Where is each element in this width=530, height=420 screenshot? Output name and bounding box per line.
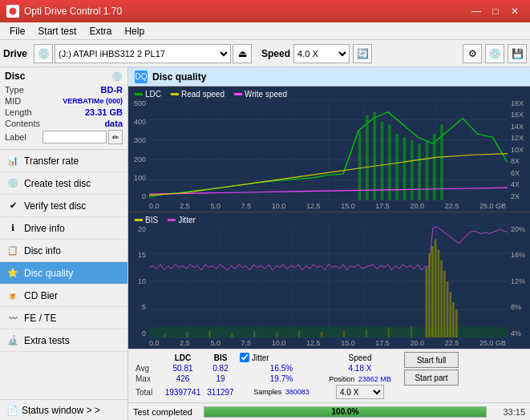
stats-avg-bis: 0.82	[204, 363, 237, 374]
menu-file[interactable]: File	[3, 24, 31, 38]
transfer-rate-icon: 📊	[6, 155, 19, 168]
speed-select[interactable]: 4.0 X	[293, 44, 350, 63]
stats-max-ldc: 426	[162, 374, 204, 384]
app-title: Opti Drive Control 1.70	[24, 6, 122, 17]
disc-type-row: Type BD-R	[5, 85, 123, 95]
extra-tests-icon: 🔬	[6, 334, 19, 347]
menu-extra[interactable]: Extra	[83, 24, 118, 38]
svg-rect-57	[231, 333, 233, 337]
progress-percent: 100.0%	[204, 407, 486, 417]
disc-contents-label: Contents	[5, 119, 40, 128]
disc-label-input-group: ✏	[42, 130, 123, 144]
sidebar-item-disc-quality[interactable]: ⭐ Disc quality	[0, 262, 127, 285]
disc-button[interactable]: 💿	[485, 44, 504, 63]
disc-title: Disc	[5, 71, 25, 82]
stats-samples-cell: Samples 380083	[237, 387, 326, 397]
disc-label-input[interactable]	[42, 131, 107, 143]
save-button[interactable]: 💾	[508, 44, 527, 63]
chart-top-legend: LDC Read speed Write speed	[135, 90, 287, 99]
stats-total-ldc: 19397741	[162, 387, 204, 398]
title-controls: — □ ✕	[467, 3, 524, 19]
stats-speed-header: Speed	[326, 353, 394, 363]
nav-items: 📊 Transfer rate 💿 Create test disc ✔ Ver…	[0, 150, 127, 399]
svg-rect-56	[209, 330, 211, 337]
disc-label-edit-button[interactable]: ✏	[108, 130, 123, 144]
status-window-button[interactable]: 📄 Status window > >	[0, 399, 127, 420]
svg-rect-51	[449, 292, 451, 337]
svg-rect-65	[411, 326, 412, 337]
stats-max-jitter: 19.7%	[237, 374, 326, 384]
sidebar-item-extra-tests[interactable]: 🔬 Extra tests	[0, 329, 127, 352]
disc-type-label: Type	[5, 85, 24, 95]
chart-bottom-svg	[149, 225, 508, 337]
disc-quality-header-icon: DQ	[135, 71, 148, 83]
svg-point-0	[9, 7, 17, 15]
stats-empty-header	[133, 357, 162, 358]
disc-mid-row: MID VERBATIMe (000)	[5, 96, 123, 106]
svg-rect-55	[187, 332, 188, 337]
chart-bottom-y-axis-left: 20 15 10 5 0	[130, 225, 146, 337]
drive-info-icon: ℹ	[6, 222, 19, 235]
sidebar: Disc 💿 Type BD-R MID VERBATIMe (000) Len…	[0, 67, 128, 420]
sidebar-item-transfer-rate[interactable]: 📊 Transfer rate	[0, 150, 127, 172]
legend-bis: BIS	[135, 216, 158, 224]
refresh-button[interactable]: 🔄	[353, 44, 372, 63]
svg-rect-52	[452, 302, 455, 337]
start-full-button[interactable]: Start full	[404, 352, 459, 368]
legend-bis-label: BIS	[145, 216, 158, 224]
legend-read-speed: Read speed	[171, 90, 225, 99]
svg-rect-22	[403, 137, 407, 200]
status-window-label: Status window > >	[22, 405, 100, 416]
stats-position-value: 23862 MB	[358, 375, 391, 383]
disc-label-label: Label	[5, 132, 26, 142]
svg-rect-43	[426, 267, 428, 337]
sidebar-item-fe-te[interactable]: 〰 FE / TE	[0, 307, 127, 329]
sidebar-item-cd-bier[interactable]: 🍺 CD Bier	[0, 285, 127, 307]
stats-position-label: Position	[329, 375, 354, 383]
drive-select[interactable]: (J:) ATAPI iHBS312 2 PL17	[55, 44, 231, 63]
menu-help[interactable]: Help	[118, 24, 151, 38]
svg-rect-59	[276, 333, 277, 337]
sidebar-item-label: Verify test disc	[24, 200, 86, 212]
sidebar-item-verify-test-disc[interactable]: ✔ Verify test disc	[0, 195, 127, 217]
chart-top-x-axis: 0.02.55.07.510.012.515.017.520.022.525.0…	[149, 202, 506, 210]
menu-bar: File Start test Extra Help	[0, 22, 530, 40]
close-button[interactable]: ✕	[506, 3, 524, 19]
eject-button[interactable]: ⏏	[233, 44, 252, 63]
stats-total-label: Total	[133, 387, 162, 398]
stats-avg-ldc: 50.81	[162, 363, 204, 374]
legend-ldc-label: LDC	[145, 90, 161, 99]
minimize-button[interactable]: —	[467, 3, 485, 19]
svg-rect-50	[447, 281, 449, 337]
svg-rect-20	[388, 124, 391, 200]
sidebar-item-create-test-disc[interactable]: 💿 Create test disc	[0, 172, 127, 195]
disc-label-row: Label ✏	[5, 130, 123, 144]
sidebar-item-drive-info[interactable]: ℹ Drive info	[0, 217, 127, 240]
stats-bar: LDC BIS Jitter Speed Avg 50.81 0.82 16.5…	[128, 349, 530, 402]
svg-rect-21	[395, 134, 399, 200]
svg-rect-63	[366, 329, 367, 337]
stats-speed-label: Speed	[349, 353, 372, 362]
start-part-button[interactable]: Start part	[404, 370, 459, 386]
svg-rect-48	[440, 260, 443, 337]
maximize-button[interactable]: □	[487, 3, 504, 19]
start-buttons: Start full Start part	[404, 352, 459, 386]
drive-icon-btn[interactable]: 💿	[34, 44, 53, 63]
stats-avg-label: Avg	[133, 363, 162, 374]
cd-bier-icon: 🍺	[6, 289, 19, 302]
svg-rect-54	[164, 334, 166, 337]
svg-rect-24	[418, 143, 421, 200]
speed-stats-select[interactable]: 4.0 X	[336, 385, 384, 399]
settings-button[interactable]: ⚙	[463, 44, 482, 63]
chart-top-y-axis-left: 500 400 300 200 100 0	[130, 99, 146, 200]
chart-bottom-x-axis: 0.02.55.07.510.012.515.017.520.022.525.0…	[149, 339, 506, 347]
disc-info-icon: 📋	[6, 244, 19, 257]
sidebar-item-disc-info[interactable]: 📋 Disc info	[0, 240, 127, 262]
chart-top-svg	[149, 99, 508, 200]
stats-bis-header: BIS	[204, 353, 237, 363]
jitter-checkbox[interactable]	[240, 353, 249, 362]
jitter-checkbox-group: Jitter	[240, 353, 323, 362]
svg-rect-44	[428, 253, 431, 337]
menu-start-test[interactable]: Start test	[31, 24, 83, 38]
stats-speed-select-cell: 4.0 X	[326, 384, 394, 400]
